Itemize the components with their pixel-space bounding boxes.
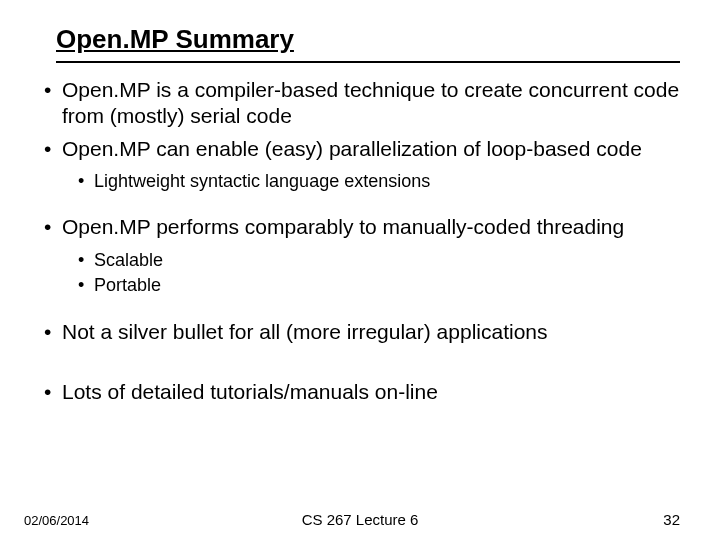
footer-date: 02/06/2014 [24, 513, 89, 528]
sub-item: Portable [76, 274, 680, 297]
bullet-text: Not a silver bullet for all (more irregu… [62, 320, 548, 343]
bullet-item: Not a silver bullet for all (more irregu… [40, 319, 680, 345]
sub-item: Scalable [76, 249, 680, 272]
title-underline [56, 61, 680, 63]
bullet-text: Open.MP can enable (easy) parallelizatio… [62, 137, 642, 160]
bullet-text: Open.MP performs comparably to manually-… [62, 215, 624, 238]
bullet-item: Open.MP is a compiler-based technique to… [40, 77, 680, 130]
sub-list: Scalable Portable [62, 249, 680, 297]
sub-item: Lightweight syntactic language extension… [76, 170, 680, 193]
bullet-item: Open.MP performs comparably to manually-… [40, 214, 680, 296]
bullet-text: Open.MP is a compiler-based technique to… [62, 78, 679, 127]
bullet-item: Open.MP can enable (easy) parallelizatio… [40, 136, 680, 193]
footer-page-number: 32 [663, 511, 680, 528]
bullet-text: Lots of detailed tutorials/manuals on-li… [62, 380, 438, 403]
sub-list: Lightweight syntactic language extension… [62, 170, 680, 193]
footer-center: CS 267 Lecture 6 [302, 511, 419, 528]
slide-title: Open.MP Summary [56, 24, 680, 55]
bullet-list: Open.MP is a compiler-based technique to… [40, 77, 680, 405]
bullet-item: Lots of detailed tutorials/manuals on-li… [40, 379, 680, 405]
slide: Open.MP Summary Open.MP is a compiler-ba… [0, 0, 720, 540]
